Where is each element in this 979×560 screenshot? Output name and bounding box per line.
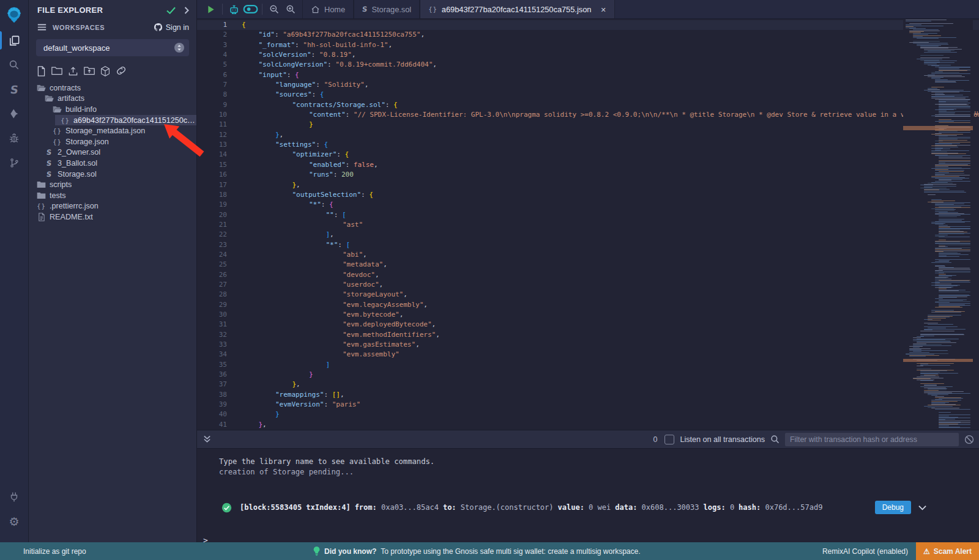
terminal-collapse-icon[interactable]	[203, 435, 211, 443]
code-line-1[interactable]: 1{	[197, 20, 979, 30]
rail-item-search[interactable]	[0, 53, 28, 77]
code-line-2[interactable]: 2"id": "a69b43f277ba20fcac141151250ca755…	[197, 30, 979, 40]
copilot-status[interactable]: RemixAI Copilot (enabled)	[822, 547, 908, 556]
workspace-menu-icon[interactable]	[37, 23, 47, 31]
line-number: 28	[197, 290, 227, 300]
scam-alert-button[interactable]: ⚠ Scam Alert	[916, 542, 979, 560]
github-sign-in-button[interactable]: Sign in	[154, 23, 189, 32]
code-editor[interactable]: 1{2"id": "a69b43f277ba20fcac141151250ca7…	[197, 18, 979, 430]
code-line-16[interactable]: 16"runs": 200	[197, 170, 979, 180]
rail-item-plugin-manager[interactable]	[0, 485, 28, 509]
zoom-in-button[interactable]	[282, 0, 299, 18]
code-line-33[interactable]: 33"evm.gasEstimates",	[197, 340, 979, 350]
tree-item-readme-txt[interactable]: README.txt	[29, 212, 196, 223]
code-line-35[interactable]: 35]	[197, 360, 979, 370]
upload-file-icon[interactable]	[68, 66, 78, 76]
code-line-17[interactable]: 17},	[197, 180, 979, 190]
rail-item-git[interactable]	[0, 150, 28, 175]
code-line-13[interactable]: 13"settings": {	[197, 140, 979, 150]
link-icon[interactable]	[116, 66, 127, 76]
code-line-27[interactable]: 27"userdoc",	[197, 280, 979, 290]
code-line-36[interactable]: 36}	[197, 370, 979, 380]
code-line-23[interactable]: 23"*": [	[197, 240, 979, 250]
code-line-21[interactable]: 21"ast"	[197, 220, 979, 230]
expand-transaction-chevron-icon[interactable]	[918, 505, 926, 510]
code-line-32[interactable]: 32"evm.methodIdentifiers",	[197, 330, 979, 340]
line-content: }	[242, 370, 979, 380]
line-number: 3	[197, 40, 227, 50]
tree-item-contracts[interactable]: contracts	[29, 83, 196, 94]
code-line-6[interactable]: 6"input": {	[197, 70, 979, 80]
code-line-25[interactable]: 25"metadata",	[197, 260, 979, 270]
remixai-assistant-button[interactable]	[226, 0, 242, 18]
code-line-26[interactable]: 26"devdoc",	[197, 270, 979, 280]
tree-item-tests[interactable]: tests	[29, 190, 196, 201]
terminal-search-icon[interactable]	[770, 435, 780, 444]
rail-item-file-explorer[interactable]	[0, 28, 28, 53]
code-line-15[interactable]: 15"enabled": false,	[197, 160, 979, 170]
code-line-9[interactable]: 9"contracts/Storage.sol": {	[197, 100, 979, 110]
run-script-button[interactable]	[203, 0, 219, 18]
rail-item-solidity-compiler[interactable]: S	[0, 77, 28, 101]
workspace-select[interactable]: default_workspace	[36, 39, 189, 56]
code-line-29[interactable]: 29"evm.legacyAssembly",	[197, 300, 979, 310]
tree-item-storage-json[interactable]: {}Storage.json	[29, 136, 196, 147]
tab-storage-sol[interactable]: SStorage.sol	[354, 0, 420, 18]
tree-item-3-ballot-sol[interactable]: S3_Ballot.sol	[29, 158, 196, 169]
code-line-4[interactable]: 4"solcVersion": "0.8.19",	[197, 50, 979, 60]
create-file-icon[interactable]	[37, 66, 46, 76]
tab-a69b43f277ba20fcac141151250ca755-json[interactable]: {}a69b43f277ba20fcac141151250ca755.json✕	[420, 0, 614, 18]
tree-item-storage-metadata-json[interactable]: {}Storage_metadata.json	[29, 125, 196, 136]
clear-console-icon[interactable]	[964, 435, 974, 444]
code-line-3[interactable]: 3"_format": "hh-sol-build-info-1",	[197, 40, 979, 50]
terminal-output[interactable]: Type the library name to see available c…	[197, 449, 979, 543]
remix-logo[interactable]	[0, 1, 28, 28]
code-line-39[interactable]: 39"evmVersion": "paris"	[197, 400, 979, 410]
code-line-41[interactable]: 41},	[197, 420, 979, 430]
code-line-24[interactable]: 24"abi",	[197, 250, 979, 260]
code-line-28[interactable]: 28"storageLayout",	[197, 290, 979, 300]
rail-item-settings[interactable]: ⚙	[0, 509, 28, 534]
code-line-37[interactable]: 37},	[197, 380, 979, 389]
code-line-11[interactable]: 11}	[197, 120, 979, 130]
code-line-20[interactable]: 20"": [	[197, 210, 979, 220]
rail-item-debugger[interactable]	[0, 126, 28, 150]
minimap[interactable]	[903, 18, 973, 430]
code-line-31[interactable]: 31"evm.deployedBytecode",	[197, 320, 979, 330]
tree-item-artifacts[interactable]: artifacts	[29, 94, 196, 105]
code-line-10[interactable]: 10"content": "// SPDX-License-Identifier…	[197, 110, 979, 120]
code-line-34[interactable]: 34"evm.assembly"	[197, 350, 979, 359]
transaction-filter-input[interactable]	[785, 433, 959, 446]
close-tab-icon[interactable]: ✕	[595, 5, 606, 14]
code-line-18[interactable]: 18"outputSelection": {	[197, 190, 979, 200]
tree-item-storage-sol[interactable]: SStorage.sol	[29, 169, 196, 180]
code-line-40[interactable]: 40}	[197, 410, 979, 419]
code-line-14[interactable]: 14"optimizer": {	[197, 150, 979, 160]
upload-folder-icon[interactable]	[84, 66, 95, 76]
git-init-button[interactable]: Initialize as git repo	[23, 547, 86, 556]
transaction-log-row[interactable]: [block:5583405 txIndex:4]from: 0xa03...8…	[221, 499, 979, 515]
collapse-panel-chevron-icon[interactable]	[184, 7, 189, 14]
code-line-38[interactable]: 38"remappings": [],	[197, 390, 979, 400]
code-line-12[interactable]: 12},	[197, 130, 979, 140]
code-line-5[interactable]: 5"solcLongVersion": "0.8.19+commit.7dd6d…	[197, 60, 979, 70]
listen-all-transactions-checkbox[interactable]	[664, 435, 674, 444]
code-line-22[interactable]: 22],	[197, 230, 979, 240]
tree-item-scripts[interactable]: scripts	[29, 179, 196, 190]
code-line-30[interactable]: 30"evm.bytecode",	[197, 310, 979, 320]
code-line-7[interactable]: 7"language": "Solidity",	[197, 80, 979, 90]
tree-item-build-info[interactable]: build-info	[29, 104, 196, 115]
tree-item-2-owner-sol[interactable]: S2_Owner.sol	[29, 147, 196, 158]
tree-item--prettierrc-json[interactable]: {}.prettierrc.json	[29, 201, 196, 212]
zoom-out-button[interactable]	[266, 0, 282, 18]
tree-item-a69b43f277ba20fcac141151250ca7-[interactable]: {}a69b43f277ba20fcac141151250ca7...	[29, 115, 196, 126]
sol-icon: S	[44, 159, 54, 168]
code-line-8[interactable]: 8"sources": {	[197, 90, 979, 100]
tab-home[interactable]: Home	[302, 0, 354, 18]
debug-button[interactable]: Debug	[875, 501, 911, 514]
create-folder-icon[interactable]	[51, 66, 62, 76]
code-line-19[interactable]: 19"*": {	[197, 200, 979, 210]
ipfs-box-icon[interactable]	[100, 66, 110, 76]
copilot-toggle-button[interactable]	[242, 0, 259, 18]
rail-item-deploy-run[interactable]	[0, 101, 28, 126]
